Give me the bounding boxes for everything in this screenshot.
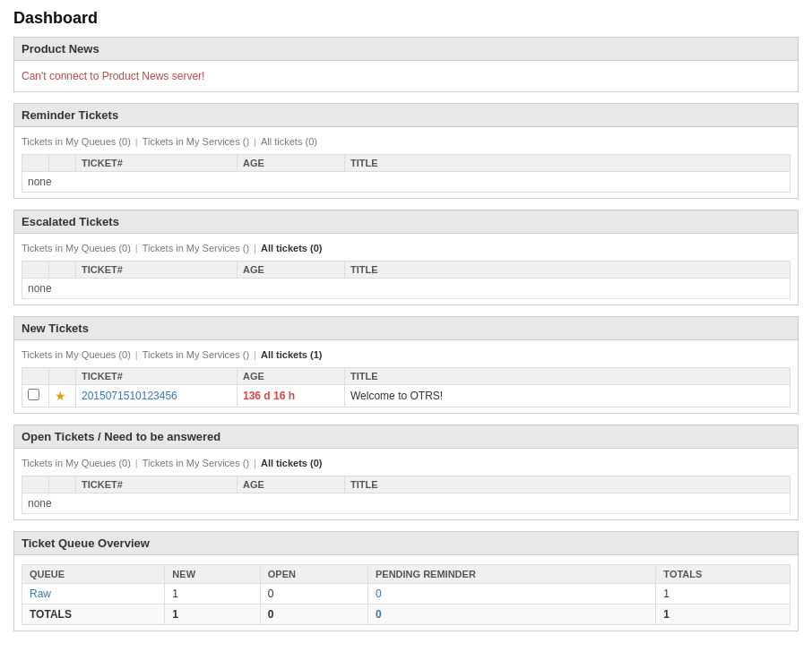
- product-news-body: Can't connect to Product News server!: [14, 61, 798, 91]
- col-checkbox-header: [22, 155, 49, 172]
- page-title: Dashboard: [13, 9, 799, 28]
- open-tickets-body: Tickets in My Queues (0) | Tickets in My…: [14, 449, 798, 519]
- queue-totals-cell: 1: [656, 584, 790, 605]
- queue-pending-link[interactable]: 0: [376, 588, 382, 600]
- reminder-filter-my-queues[interactable]: Tickets in My Queues (0): [22, 136, 131, 147]
- product-news-section: Product News Can't connect to Product Ne…: [13, 37, 799, 92]
- totals-open-cell: 0: [260, 605, 367, 625]
- table-header-row: TICKET# AGE TITLE: [22, 155, 790, 172]
- separator: |: [135, 136, 138, 147]
- new-filter-all[interactable]: All tickets (1): [261, 349, 322, 360]
- queue-overview-header: Ticket Queue Overview: [14, 532, 798, 555]
- col-queue-header: QUEUE: [22, 565, 165, 584]
- ticket-title-cell: Welcome to OTRS!: [345, 385, 790, 407]
- empty-row: none: [22, 172, 790, 193]
- col-ticket-header: TICKET#: [76, 476, 238, 493]
- table-row: ★ 2015071510123456 136 d 16 h Welcome to…: [22, 385, 790, 407]
- new-filter-my-services[interactable]: Tickets in My Services (): [143, 349, 249, 360]
- escalated-tickets-filters: Tickets in My Queues (0) | Tickets in My…: [22, 239, 790, 257]
- open-filter-all[interactable]: All tickets (0): [261, 458, 322, 468]
- separator: |: [254, 458, 256, 468]
- open-filter-my-services[interactable]: Tickets in My Services (): [143, 458, 249, 468]
- col-age-header: AGE: [238, 155, 345, 172]
- new-filter-my-queues[interactable]: Tickets in My Queues (0): [22, 349, 131, 360]
- queue-overview-section: Ticket Queue Overview QUEUE NEW OPEN PEN…: [13, 531, 799, 631]
- col-age-header: AGE: [238, 262, 345, 279]
- queue-open-cell: 0: [260, 584, 367, 605]
- escalated-tickets-table: TICKET# AGE TITLE none: [22, 261, 790, 299]
- separator: |: [135, 243, 138, 253]
- reminder-tickets-section: Reminder Tickets Tickets in My Queues (0…: [13, 103, 799, 199]
- open-filter-my-queues[interactable]: Tickets in My Queues (0): [22, 458, 131, 468]
- escalated-filter-my-queues[interactable]: Tickets in My Queues (0): [22, 243, 131, 253]
- col-pending-header: PENDING REMINDER: [367, 565, 655, 584]
- new-tickets-header: New Tickets: [14, 317, 798, 340]
- reminder-tickets-table: TICKET# AGE TITLE none: [22, 154, 790, 193]
- queue-totals-row: TOTALS 1 0 0 1: [22, 605, 790, 625]
- ticket-checkbox[interactable]: [28, 389, 39, 400]
- reminder-filter-all[interactable]: All tickets (0): [261, 136, 317, 147]
- empty-row: none: [22, 493, 790, 514]
- table-row: none: [22, 172, 790, 193]
- table-header-row: TICKET# AGE TITLE: [22, 262, 790, 279]
- col-ticket-header: TICKET#: [76, 155, 238, 172]
- new-tickets-body: Tickets in My Queues (0) | Tickets in My…: [14, 340, 798, 413]
- queue-overview-body: QUEUE NEW OPEN PENDING REMINDER TOTALS R…: [14, 555, 798, 630]
- product-news-header: Product News: [14, 38, 798, 61]
- col-title-header: TITLE: [345, 155, 790, 172]
- col-age-header: AGE: [238, 476, 345, 493]
- separator: |: [135, 458, 138, 468]
- escalated-filter-my-services[interactable]: Tickets in My Services (): [143, 243, 249, 253]
- ticket-age-cell: 136 d 16 h: [238, 385, 345, 407]
- product-news-error: Can't connect to Product News server!: [22, 66, 790, 86]
- totals-total-cell: 1: [656, 605, 790, 625]
- new-tickets-filters: Tickets in My Queues (0) | Tickets in My…: [22, 346, 790, 364]
- table-row: none: [22, 493, 790, 514]
- escalated-tickets-section: Escalated Tickets Tickets in My Queues (…: [13, 210, 799, 305]
- empty-row: none: [22, 279, 790, 299]
- col-totals-header: TOTALS: [656, 565, 790, 584]
- col-title-header: TITLE: [345, 476, 790, 493]
- open-tickets-table: TICKET# AGE TITLE none: [22, 476, 790, 514]
- col-star-header: [49, 155, 76, 172]
- reminder-filter-my-services[interactable]: Tickets in My Services (): [143, 136, 249, 147]
- open-tickets-filters: Tickets in My Queues (0) | Tickets in My…: [22, 454, 790, 472]
- queue-pending-cell[interactable]: 0: [367, 584, 655, 605]
- queue-new-cell: 1: [165, 584, 260, 605]
- col-open-header: OPEN: [260, 565, 367, 584]
- separator: |: [254, 243, 256, 253]
- ticket-checkbox-cell[interactable]: [22, 385, 49, 407]
- queue-row: Raw 1 0 0 1: [22, 584, 790, 605]
- totals-pending-cell[interactable]: 0: [367, 605, 655, 625]
- totals-label-cell: TOTALS: [22, 605, 165, 625]
- escalated-tickets-body: Tickets in My Queues (0) | Tickets in My…: [14, 234, 798, 304]
- ticket-number-cell: 2015071510123456: [76, 385, 238, 407]
- ticket-star-cell[interactable]: ★: [49, 385, 76, 407]
- queue-overview-table: QUEUE NEW OPEN PENDING REMINDER TOTALS R…: [22, 564, 790, 625]
- star-icon[interactable]: ★: [55, 389, 66, 403]
- reminder-tickets-body: Tickets in My Queues (0) | Tickets in My…: [14, 127, 798, 198]
- totals-pending-link[interactable]: 0: [376, 608, 382, 621]
- reminder-tickets-filters: Tickets in My Queues (0) | Tickets in My…: [22, 133, 790, 150]
- col-title-header: TITLE: [345, 368, 790, 385]
- col-ticket-header: TICKET#: [76, 262, 238, 279]
- col-star-header: [49, 262, 76, 279]
- table-header-row: TICKET# AGE TITLE: [22, 476, 790, 493]
- table-row: none: [22, 279, 790, 299]
- queue-name-cell[interactable]: Raw: [22, 584, 165, 605]
- col-new-header: NEW: [165, 565, 260, 584]
- col-checkbox-header: [22, 262, 49, 279]
- col-ticket-header: TICKET#: [76, 368, 238, 385]
- escalated-filter-all[interactable]: All tickets (0): [261, 243, 322, 253]
- queue-link[interactable]: Raw: [30, 588, 51, 600]
- escalated-tickets-header: Escalated Tickets: [14, 210, 798, 234]
- separator: |: [254, 136, 256, 147]
- separator: |: [254, 349, 256, 360]
- col-star-header: [49, 368, 76, 385]
- ticket-link[interactable]: 2015071510123456: [82, 390, 177, 402]
- col-title-header: TITLE: [345, 262, 790, 279]
- col-checkbox-header: [22, 368, 49, 385]
- table-header-row: TICKET# AGE TITLE: [22, 368, 790, 385]
- new-tickets-section: New Tickets Tickets in My Queues (0) | T…: [13, 316, 799, 414]
- open-tickets-section: Open Tickets / Need to be answered Ticke…: [13, 425, 799, 520]
